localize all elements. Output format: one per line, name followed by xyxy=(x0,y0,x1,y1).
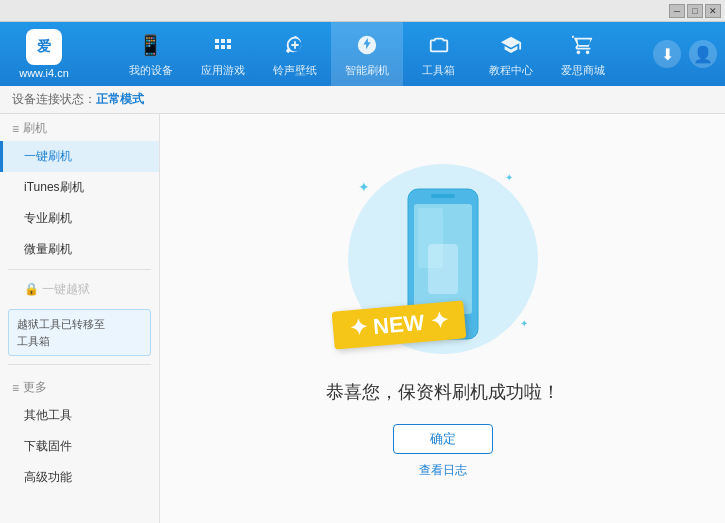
nav-right: ⬇ 👤 xyxy=(653,40,717,68)
sidebar-section-more: ≡ 更多 xyxy=(0,373,159,400)
nav-my-device[interactable]: 📱 我的设备 xyxy=(115,22,187,86)
svg-rect-3 xyxy=(431,194,455,198)
maximize-button[interactable]: □ xyxy=(687,4,703,18)
sidebar-item-pro-flash[interactable]: 专业刷机 xyxy=(0,203,159,234)
logo-subtitle: www.i4.cn xyxy=(19,67,69,79)
nav-toolbox[interactable]: 工具箱 xyxy=(403,22,475,86)
sidebar-item-download-firmware[interactable]: 下载固件 xyxy=(0,431,159,462)
more-icon: ≡ xyxy=(12,381,19,395)
sidebar-item-one-click-flash[interactable]: 一键刷机 xyxy=(0,141,159,172)
sparkle-3: ✦ xyxy=(520,318,528,329)
main-area: ≡ 刷机 一键刷机 iTunes刷机 专业刷机 微量刷机 🔒 一键越狱 越狱工具… xyxy=(0,114,725,523)
minimize-button[interactable]: ─ xyxy=(669,4,685,18)
toolbox-icon xyxy=(425,31,453,59)
secondary-link[interactable]: 查看日志 xyxy=(419,462,467,479)
sidebar-divider-1 xyxy=(8,269,151,270)
sidebar-item-itunes-flash[interactable]: iTunes刷机 xyxy=(0,172,159,203)
ringtones-icon xyxy=(281,31,309,59)
my-device-icon: 📱 xyxy=(137,31,165,59)
title-bar: ─ □ ✕ xyxy=(0,0,725,22)
nav-apps-games[interactable]: 应用游戏 xyxy=(187,22,259,86)
sidebar-section-flash: ≡ 刷机 xyxy=(0,114,159,141)
logo-icon: 爱 xyxy=(26,29,62,65)
flash-section-icon: ≡ xyxy=(12,122,19,136)
nav-smart-flash[interactable]: 智能刷机 xyxy=(331,22,403,86)
sidebar-item-advanced[interactable]: 高级功能 xyxy=(0,462,159,493)
confirm-button[interactable]: 确定 xyxy=(393,424,493,454)
sidebar-divider-2 xyxy=(8,364,151,365)
smart-flash-icon xyxy=(353,31,381,59)
phone-illustration: ✦ ✦ ✦ ✦ NEW ✦ xyxy=(343,164,543,364)
status-value: 正常模式 xyxy=(96,91,144,108)
sidebar-jailbreak-notice: 越狱工具已转移至工具箱 xyxy=(8,309,151,356)
sparkle-1: ✦ xyxy=(358,179,370,195)
logo[interactable]: 爱 www.i4.cn xyxy=(8,26,80,82)
header: 爱 www.i4.cn 📱 我的设备 应用游戏 铃声壁纸 智能刷机 xyxy=(0,22,725,86)
sidebar-item-other-tools[interactable]: 其他工具 xyxy=(0,400,159,431)
success-text: 恭喜您，保资料刷机成功啦！ xyxy=(326,380,560,404)
apps-games-icon xyxy=(209,31,237,59)
flash-section-label: 刷机 xyxy=(23,120,47,137)
close-button[interactable]: ✕ xyxy=(705,4,721,18)
sparkle-2: ✦ xyxy=(505,172,513,183)
content-area: ✦ ✦ ✦ ✦ NEW ✦ 恭喜您，保资料刷机成功啦！ 确定 xyxy=(160,114,725,523)
sidebar-jailbreak-disabled: 🔒 一键越狱 xyxy=(0,274,159,305)
tutorials-icon xyxy=(497,31,525,59)
nav-items: 📱 我的设备 应用游戏 铃声壁纸 智能刷机 工具箱 xyxy=(80,22,653,86)
logo-text: 爱 xyxy=(37,38,51,56)
status-label: 设备连接状态： xyxy=(12,91,96,108)
mall-icon xyxy=(569,31,597,59)
nav-mall[interactable]: 爱思商城 xyxy=(547,22,619,86)
nav-ringtones[interactable]: 铃声壁纸 xyxy=(259,22,331,86)
svg-rect-5 xyxy=(428,244,458,294)
user-button[interactable]: 👤 xyxy=(689,40,717,68)
sidebar-item-micro-flash[interactable]: 微量刷机 xyxy=(0,234,159,265)
sidebar: ≡ 刷机 一键刷机 iTunes刷机 专业刷机 微量刷机 🔒 一键越狱 越狱工具… xyxy=(0,114,160,523)
status-bar: 设备连接状态： 正常模式 xyxy=(0,86,725,114)
nav-tutorials[interactable]: 教程中心 xyxy=(475,22,547,86)
download-button[interactable]: ⬇ xyxy=(653,40,681,68)
